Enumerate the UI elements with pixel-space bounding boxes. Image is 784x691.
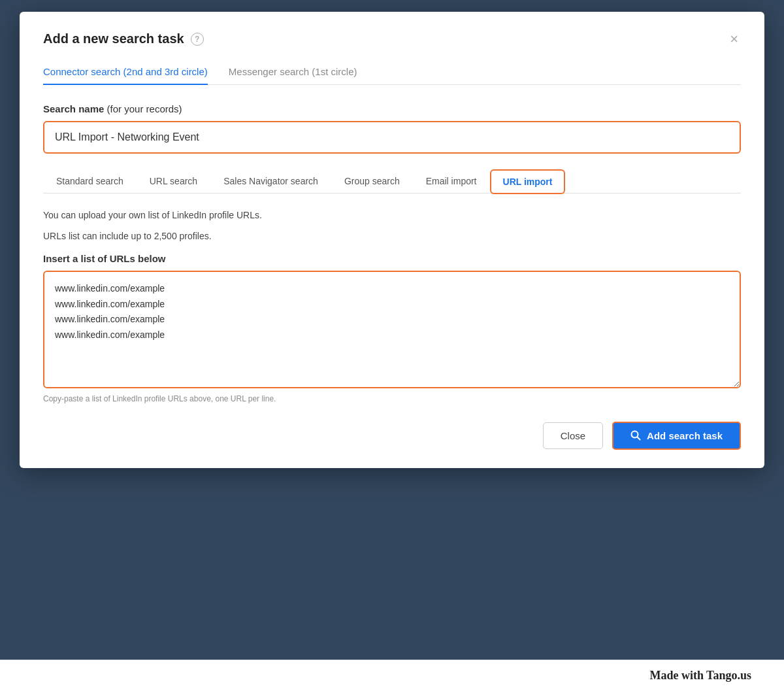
- textarea-hint: Copy-paste a list of LinkedIn profile UR…: [43, 394, 741, 403]
- tab-email-import[interactable]: Email import: [413, 169, 490, 194]
- add-search-task-label: Add search task: [647, 430, 723, 441]
- description-line1: You can upload your own list of LinkedIn…: [43, 208, 741, 222]
- help-icon[interactable]: ?: [191, 33, 204, 46]
- tab-url-search[interactable]: URL search: [137, 169, 210, 194]
- tab-connector-search[interactable]: Connector search (2nd and 3rd circle): [43, 59, 208, 85]
- modal-header: Add a new search task ? ×: [43, 31, 741, 46]
- tab-url-import[interactable]: URL import: [490, 169, 566, 194]
- search-icon: [630, 430, 641, 441]
- bottom-bar: Made with Tango.us: [0, 660, 784, 691]
- urls-label: Insert a list of URLs below: [43, 253, 741, 264]
- modal-footer: Close Add search task: [43, 422, 741, 450]
- search-name-input[interactable]: [43, 121, 741, 154]
- modal-overlay: Add a new search task ? × Connector sear…: [0, 0, 784, 691]
- modal-close-button[interactable]: ×: [727, 32, 741, 46]
- urls-textarea[interactable]: www.linkedin.com/example www.linkedin.co…: [43, 271, 741, 388]
- modal-title: Add a new search task: [43, 31, 184, 46]
- tab-sales-navigator-search[interactable]: Sales Navigator search: [210, 169, 331, 194]
- svg-line-1: [638, 437, 640, 440]
- search-type-tabs-row: Standard search URL search Sales Navigat…: [43, 169, 741, 194]
- description-line2: URLs list can include up to 2,500 profil…: [43, 229, 741, 243]
- modal-title-row: Add a new search task ?: [43, 31, 204, 46]
- search-name-label: Search name (for your records): [43, 103, 741, 114]
- close-button[interactable]: Close: [543, 422, 603, 449]
- add-search-task-button[interactable]: Add search task: [612, 422, 741, 450]
- tab-messenger-search[interactable]: Messenger search (1st circle): [229, 59, 357, 85]
- modal-dialog: Add a new search task ? × Connector sear…: [20, 12, 764, 468]
- tab-standard-search[interactable]: Standard search: [43, 169, 137, 194]
- tango-badge: Made with Tango.us: [636, 664, 764, 688]
- tab-group-search[interactable]: Group search: [331, 169, 413, 194]
- main-tabs-row: Connector search (2nd and 3rd circle) Me…: [43, 59, 741, 85]
